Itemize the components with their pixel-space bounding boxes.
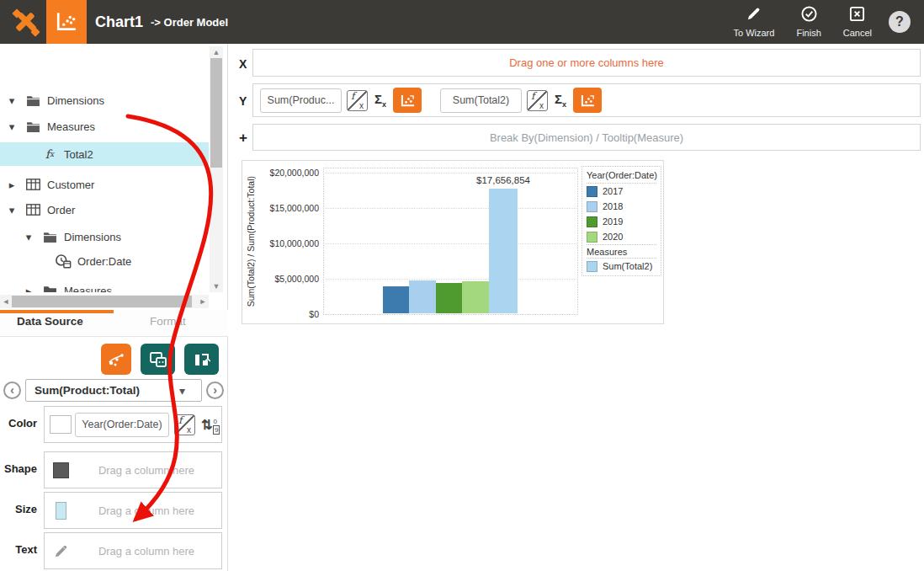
break-by-drop-zone[interactable]: Break By(Dimension) / Tooltip(Measure) — [252, 124, 921, 151]
color-drop-zone[interactable]: Year(Order:Date) — [44, 406, 222, 443]
y-field-chip-2[interactable]: Sum(Total2) — [440, 88, 522, 113]
caret-right-icon[interactable] — [24, 285, 34, 293]
caret-down-icon[interactable] — [24, 231, 34, 243]
bar-Sum(Total2)[interactable] — [489, 189, 518, 313]
folder-open-icon — [24, 94, 42, 107]
active-tab-underline — [0, 310, 114, 313]
breadcrumb: Chart1 -> Order Model — [95, 0, 228, 44]
chart-type-button[interactable] — [393, 88, 422, 113]
bar-2019[interactable] — [436, 283, 462, 313]
scatter-chart-button[interactable] — [101, 344, 131, 375]
gridline — [323, 208, 578, 209]
legend-entry[interactable]: Sum(Total2) — [587, 259, 656, 274]
field-tree: Dimensions Measures Total2 Customer Orde… — [0, 44, 209, 292]
tree-horizontal-scrollbar[interactable]: ◄ ► — [0, 295, 209, 308]
rotate-chart-button[interactable] — [184, 344, 219, 375]
scrollbar-thumb[interactable] — [210, 58, 222, 168]
y-field-group-1: Sum(Produc... — [260, 88, 422, 113]
sigma-aggregate-icon[interactable] — [374, 92, 386, 109]
measure-select[interactable]: Sum(Product:Total) — [25, 379, 202, 402]
data-panel: Dimensions Measures Total2 Customer Orde… — [0, 44, 228, 571]
tree-item-total2[interactable]: Total2 — [0, 142, 209, 166]
date-icon — [54, 253, 72, 269]
y-drop-zone[interactable]: Sum(Produc... Sum(Total2) — [252, 83, 921, 117]
chart-builder-main: X Drag one or more columns here Y Sum(Pr… — [229, 44, 924, 571]
scrollbar-thumb[interactable] — [12, 296, 192, 307]
shape-drop-zone[interactable]: Drag a column here — [44, 451, 222, 488]
y-field-group-2: Sum(Total2) — [440, 88, 602, 113]
bar-2020[interactable] — [462, 281, 489, 313]
chart-preview: Sum(Total2) / Sum(Product:Total) Year(Or… — [242, 160, 664, 324]
to-wizard-button[interactable]: To Wizard — [734, 6, 775, 38]
tree-item-order-measures[interactable]: Measures — [0, 279, 209, 292]
scroll-left-icon[interactable]: ◄ — [0, 295, 12, 308]
app-header: Chart1 -> Order Model To Wizard Finish C… — [0, 0, 924, 44]
shape-square-icon — [53, 462, 69, 478]
scroll-up-icon[interactable]: ▲ — [210, 46, 223, 58]
legend-swatch — [587, 201, 597, 212]
tree-item-order-dimensions[interactable]: Dimensions — [0, 225, 209, 248]
next-measure-button[interactable]: › — [206, 382, 224, 399]
fx-icon — [40, 147, 59, 161]
chart-tile-icon[interactable] — [46, 0, 87, 44]
size-bar-icon — [56, 502, 66, 520]
text-well: Text Drag a column here — [0, 532, 228, 569]
text-well-label: Text — [0, 543, 37, 556]
prev-measure-button[interactable]: ‹ — [3, 382, 21, 399]
legend-entry[interactable]: 2019 — [587, 214, 656, 229]
size-drop-zone[interactable]: Drag a column here — [44, 492, 222, 529]
x-drop-zone[interactable]: Drag one or more columns here — [252, 49, 921, 77]
scroll-right-icon[interactable]: ► — [197, 295, 209, 308]
legend-entry-label: 2019 — [603, 216, 623, 227]
legend-entry[interactable]: 2020 — [587, 229, 656, 244]
tree-vertical-scrollbar[interactable]: ▲ ▼ — [210, 46, 223, 292]
sigma-aggregate-icon[interactable] — [555, 92, 566, 109]
folder-closed-icon — [40, 285, 59, 293]
numeric-sort-icon[interactable] — [201, 416, 220, 433]
tree-item-order-date[interactable]: Order:Date — [0, 249, 209, 273]
y-tick-label: $5,000,000 — [242, 274, 319, 284]
y-tick-label: $20,000,000 — [242, 168, 319, 178]
tree-item-measures[interactable]: Measures — [0, 115, 209, 138]
legend-entry[interactable]: 2017 — [587, 184, 656, 199]
caret-right-icon[interactable] — [7, 179, 17, 191]
page-subtitle: -> Order Model — [151, 16, 228, 29]
color-field-chip[interactable]: Year(Order:Date) — [75, 413, 169, 437]
caret-down-icon[interactable] — [7, 204, 17, 216]
finish-button[interactable]: Finish — [796, 6, 820, 38]
chart-type-button[interactable] — [573, 88, 602, 113]
fx-icon[interactable] — [174, 414, 195, 435]
y-field-chip-1[interactable]: Sum(Produc... — [260, 88, 342, 113]
fx-icon[interactable] — [527, 90, 548, 111]
legend-title: Year(Order:Date) — [587, 168, 656, 184]
bar-2017[interactable] — [383, 286, 409, 313]
cancel-button[interactable]: Cancel — [843, 6, 872, 38]
x-axis-label: X — [239, 57, 247, 71]
text-drop-zone[interactable]: Drag a column here — [44, 532, 222, 569]
help-button[interactable]: ? — [889, 11, 911, 33]
tab-format[interactable]: Format — [150, 315, 186, 328]
size-well-label: Size — [0, 503, 37, 515]
legend-entry[interactable]: 2018 — [587, 199, 656, 214]
legend-measures-title: Measures — [587, 244, 656, 259]
scroll-down-icon[interactable]: ▼ — [210, 280, 223, 292]
size-well: Size Drag a column here — [0, 492, 228, 529]
break-by-hint: Break By(Dimension) / Tooltip(Measure) — [490, 131, 683, 144]
caret-down-icon[interactable] — [7, 120, 17, 133]
tree-item-order[interactable]: Order — [0, 198, 209, 221]
field-list-button[interactable] — [141, 344, 175, 375]
caret-down-icon[interactable] — [7, 94, 17, 107]
fx-icon[interactable] — [347, 90, 368, 111]
color-well: Color Year(Order:Date) — [0, 406, 228, 443]
tree-item-customer[interactable]: Customer — [0, 173, 209, 196]
size-placeholder: Drag a column here — [72, 504, 221, 517]
folder-open-icon — [40, 231, 59, 243]
tree-item-dimensions[interactable]: Dimensions — [0, 88, 209, 112]
bar-2018[interactable] — [409, 280, 436, 313]
break-by-label: + — [239, 130, 247, 147]
measure-select-value: Sum(Product:Total) — [26, 384, 179, 397]
chevron-down-icon — [179, 384, 201, 398]
tab-data-source[interactable]: Data Source — [17, 315, 83, 328]
legend-swatch — [587, 216, 597, 227]
tools-icon[interactable] — [12, 8, 40, 37]
